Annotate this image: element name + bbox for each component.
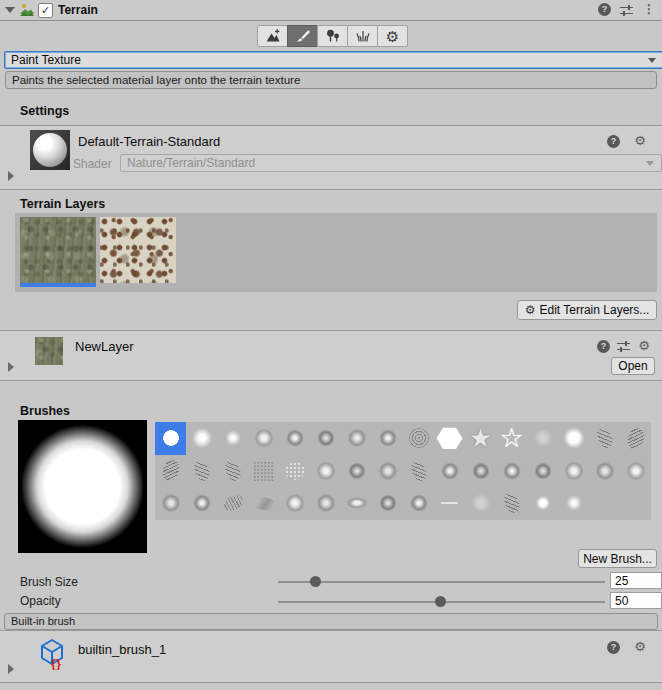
tool-button-paint-trees[interactable] [317, 25, 348, 47]
brush-shape-faint [531, 426, 555, 450]
open-button[interactable]: Open [611, 357, 655, 375]
brush-thumbnail[interactable] [217, 487, 248, 520]
brush-size-slider[interactable] [278, 581, 605, 583]
brush-thumbnail[interactable] [496, 487, 527, 520]
opacity-slider-handle[interactable] [435, 596, 446, 607]
brush-shape-solid [159, 426, 183, 450]
brush-thumbnail[interactable] [248, 422, 279, 455]
brush-thumbnail[interactable] [248, 487, 279, 520]
brush-shape-line [441, 502, 458, 504]
brush-thumbnail[interactable] [589, 422, 620, 455]
brush-thumbnail[interactable] [465, 455, 496, 488]
layer-texture-thumbnail[interactable] [35, 337, 63, 365]
brush-thumbnail[interactable] [341, 487, 372, 520]
brush-shape-blob2 [371, 455, 403, 487]
brush-thumbnail[interactable]: ☆ [496, 422, 527, 455]
brush-size-slider-handle[interactable] [310, 576, 321, 587]
brush-thumbnail[interactable]: ★ [465, 422, 496, 455]
edit-terrain-layers-button[interactable]: ⚙ Edit Terrain Layers... [517, 300, 657, 320]
gear-icon[interactable]: ⚙ [634, 134, 646, 147]
help-icon[interactable]: ? [607, 135, 620, 148]
presets-icon[interactable] [616, 340, 631, 353]
brush-thumbnail[interactable] [217, 455, 248, 488]
mountain-plus-icon [265, 28, 281, 44]
foldout-collapsed-icon[interactable] [8, 664, 14, 674]
brush-thumbnail[interactable] [434, 422, 465, 455]
foldout-collapsed-icon[interactable] [8, 171, 14, 181]
opacity-field[interactable] [610, 592, 662, 609]
paint-mode-value: Paint Texture [11, 53, 81, 67]
brushes-section-label: Brushes [20, 404, 70, 418]
brush-shape-splat [280, 424, 309, 453]
brush-shape-splat2 [371, 487, 404, 520]
brush-thumbnail[interactable] [403, 455, 434, 488]
brush-thumbnail[interactable] [558, 422, 589, 455]
brush-thumbnail[interactable] [186, 455, 217, 488]
tool-button-paint-details[interactable] [347, 25, 378, 47]
terrain-layer-thumbnail[interactable] [100, 217, 176, 283]
brush-thumbnail[interactable] [279, 487, 310, 520]
brush-thumbnail[interactable] [155, 422, 186, 455]
brush-thumbnail[interactable] [341, 422, 372, 455]
brush-thumbnail[interactable] [589, 455, 620, 488]
brush-thumbnail[interactable] [496, 455, 527, 488]
new-brush-button[interactable]: New Brush... [578, 549, 657, 568]
brush-thumbnail[interactable] [155, 455, 186, 488]
paint-mode-dropdown[interactable]: Paint Texture [4, 51, 662, 69]
brush-thumbnail[interactable] [434, 487, 465, 520]
brush-shape-blob2 [154, 487, 186, 519]
brush-thumbnail[interactable] [527, 455, 558, 488]
grass-details-icon [355, 28, 371, 44]
brush-thumbnail[interactable] [310, 422, 341, 455]
brush-shape-dot [531, 491, 555, 515]
brush-thumbnail[interactable] [465, 487, 496, 520]
gear-icon[interactable]: ⚙ [634, 640, 646, 653]
brush-shape-twig [409, 459, 428, 482]
brush-thumbnail[interactable] [155, 487, 186, 520]
tool-button-terrain-settings[interactable]: ⚙ [377, 25, 408, 47]
brush-thumbnail[interactable] [279, 455, 310, 488]
presets-icon[interactable] [619, 4, 634, 17]
brush-preview [18, 420, 147, 553]
brush-thumbnail[interactable] [403, 487, 434, 520]
enable-checkbox[interactable]: ✓ [38, 3, 53, 18]
brush-thumbnail[interactable] [620, 455, 651, 488]
opacity-slider[interactable] [278, 601, 605, 603]
brush-thumbnail[interactable] [434, 455, 465, 488]
brush-thumbnail[interactable] [279, 422, 310, 455]
material-preview-thumbnail[interactable] [30, 130, 70, 170]
help-icon[interactable]: ? [597, 340, 610, 353]
brush-shape-hex [437, 427, 463, 450]
kebab-menu-icon[interactable]: ⋮ [643, 2, 655, 17]
brush-thumbnail[interactable] [558, 487, 589, 520]
brush-thumbnail[interactable] [186, 422, 217, 455]
foldout-expanded-icon[interactable] [5, 7, 15, 13]
tool-button-create-neighbor-terrains[interactable] [257, 25, 288, 47]
brush-thumbnail[interactable] [248, 455, 279, 488]
help-icon[interactable]: ? [598, 3, 611, 16]
brush-thumbnail[interactable] [372, 422, 403, 455]
brush-shape-twig [595, 427, 614, 450]
brush-thumbnail[interactable] [341, 455, 372, 488]
brush-thumbnail[interactable] [372, 487, 403, 520]
brush-shape-softsm [562, 491, 586, 515]
help-icon[interactable]: ? [607, 641, 620, 654]
terrain-layers-section-label: Terrain Layers [20, 197, 105, 211]
brush-thumbnail[interactable] [527, 487, 558, 520]
brush-thumbnail[interactable] [217, 422, 248, 455]
brush-thumbnail[interactable] [310, 455, 341, 488]
brush-thumbnail[interactable] [186, 487, 217, 520]
brush-size-field[interactable] [610, 572, 662, 589]
brush-thumbnail[interactable] [403, 422, 434, 455]
brush-shape-faintnoise [285, 462, 305, 480]
foldout-collapsed-icon[interactable] [8, 362, 14, 372]
brush-thumbnail[interactable] [372, 455, 403, 488]
brush-shape-noise [253, 461, 275, 481]
terrain-layer-thumbnail-selected[interactable] [20, 217, 96, 283]
brush-thumbnail[interactable] [558, 455, 589, 488]
brush-thumbnail[interactable] [620, 422, 651, 455]
gear-icon[interactable]: ⚙ [638, 339, 650, 352]
brush-thumbnail[interactable] [527, 422, 558, 455]
brush-thumbnail[interactable] [310, 487, 341, 520]
tool-button-paint-terrain[interactable] [287, 25, 318, 47]
